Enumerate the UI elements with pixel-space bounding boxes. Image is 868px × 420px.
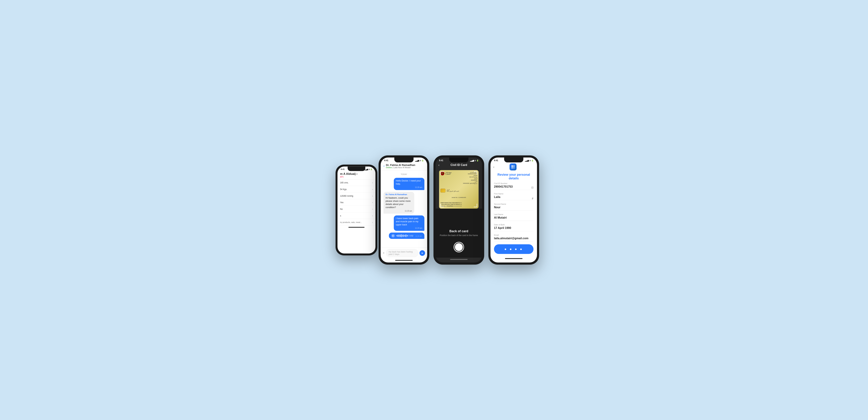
notch-3 — [449, 158, 468, 162]
notch-4 — [504, 158, 523, 162]
shutter-inner — [455, 243, 463, 251]
time-3: 9:41 — [439, 159, 443, 162]
doctor-name: Dr. Fatma Al Ramadhan — [386, 164, 424, 166]
logo-wrapper — [496, 164, 530, 170]
status-icons-1: ▂▄▆ ⊙ 🔋 — [364, 168, 372, 170]
svg-rect-0 — [512, 165, 513, 167]
arrow-icon: › — [372, 208, 373, 211]
list-item[interactable]: Yes › — [338, 199, 375, 206]
time-2: 9:41 — [384, 159, 389, 162]
p1-title: m A Alduaij — [340, 172, 356, 176]
doctor-info: Dr. Fatma Al Ramadhan Online | Laila Nou… — [386, 164, 424, 169]
patient-name: Laila Nour Al Mutairi — [394, 166, 410, 169]
back-button[interactable]: ‹ — [383, 164, 384, 168]
email-field: Email laila.almutairi@gmail.com — [494, 234, 533, 242]
list-item[interactable]: s › — [338, 213, 375, 219]
page-title: Review your personal details — [491, 172, 537, 183]
form-scroll: Civil ID Number 290041701753 ⊟ First Nam… — [491, 183, 537, 257]
time-4: 9:41 — [494, 159, 498, 162]
phone-4-screen: 9:41 ▂▄▆ ⊙ 🔋 ‹ Review — [491, 158, 537, 262]
plus-icon[interactable]: + — [383, 251, 385, 255]
back-button[interactable]: ‹ — [493, 165, 494, 169]
message-input[interactable]: my back has been hurting past 2 days — [386, 249, 418, 257]
message-time: 11:30 am — [415, 235, 422, 237]
list-item[interactable]: 120/80 mmHg › — [338, 193, 375, 199]
card-chip — [440, 189, 445, 193]
phone-3: 9:41 ▂▄▆ ⊙ 🔋 ‹ Civil ID Card 🌿 — [433, 156, 484, 264]
list-item[interactable]: No › — [338, 206, 375, 213]
p1-list: 165 cms. › 54 Kgs. › 120/80 mmHg › Yes ›… — [338, 179, 375, 226]
civil-id-field: Civil ID Number 290041701753 ⊟ — [494, 183, 533, 190]
time-1: 9:41 — [341, 168, 344, 170]
chat-area: TODAY Hello Doctor. I need your help. 11… — [381, 170, 427, 248]
phone-1: 9:41 ▂▄▆ ⊙ 🔋 m A Alduaij ▾ (67) 165 cms.… — [336, 165, 377, 255]
p1-subtitle: (67) — [340, 176, 373, 178]
status-icons-2: ▂▄▆ ⊙ 🔋 — [415, 160, 424, 162]
camera-bottom: Back of card Position the back of the ca… — [436, 208, 482, 258]
scan-frame: 🌿 فضيلة الدكرالمقطم 2 الرقم المدني000000… — [439, 170, 478, 208]
phones-container: 9:41 ▂▄▆ ⊙ 🔋 m A Alduaij ▾ (67) 165 cms.… — [312, 156, 556, 264]
phone-4: 9:41 ▂▄▆ ⊙ 🔋 ‹ Review — [488, 156, 539, 264]
gender-value: F — [532, 197, 533, 200]
chat-input-area: + my back has been hurting past 2 days ➤ — [381, 248, 427, 258]
field-label: Civil ID Number — [494, 183, 533, 185]
arrow-icon: › — [372, 221, 373, 224]
continue-button[interactable]: ● ● ● ● — [494, 244, 533, 254]
online-status: Online — [386, 166, 392, 169]
arrow-icon: › — [372, 188, 373, 191]
notch-1 — [348, 167, 365, 171]
audio-duration: 0.52 — [409, 235, 413, 237]
dob-value: 17 April 1990 — [494, 226, 533, 231]
home-indicator-3 — [450, 259, 468, 260]
civil-id-value: 290041701753 — [494, 185, 531, 190]
chat-status: Online | Laila Nour Al Mutairi — [386, 166, 424, 169]
field-label: Date of Birth — [494, 224, 533, 226]
last-name-value: Al Mutairi — [494, 216, 533, 221]
list-item[interactable]: 165 cms. › — [338, 179, 375, 186]
send-button[interactable]: ➤ — [420, 250, 425, 256]
arrow-icon: › — [372, 181, 373, 184]
card-blood-info: الرقم المدني000000000000الحيوان000 شارع … — [463, 171, 477, 184]
message-row: I have lower back pain and muscle pain i… — [383, 216, 424, 231]
home-indicator-2 — [395, 260, 413, 261]
p4-header: ‹ — [491, 162, 537, 172]
message-text: Hello Doctor. I need your help. — [396, 179, 421, 185]
phone-1-screen: 9:41 ▂▄▆ ⊙ 🔋 m A Alduaij ▾ (67) 165 cms.… — [338, 167, 375, 254]
details-form: Civil ID Number 290041701753 ⊟ First Nam… — [491, 183, 537, 242]
phone-3-screen: 9:41 ▂▄▆ ⊙ 🔋 ‹ Civil ID Card 🌿 — [436, 158, 482, 262]
card-title: فضيلة الدكرالمقطم 2 — [445, 172, 451, 175]
phone-2-screen: 9:41 ▂▄▆ ⊙ 🔋 ‹ Dr. Fatma Al Ramadhan Onl… — [381, 158, 427, 262]
message-sender: Dr. Fatma Al Ramadhan — [385, 193, 412, 196]
notch-2 — [394, 158, 413, 162]
message-time: 11:20 am — [396, 186, 423, 189]
svg-rect-1 — [513, 165, 515, 167]
first-name-field: First Name Laila F — [494, 193, 533, 200]
p1-header: m A Alduaij ▾ (67) — [338, 171, 375, 179]
camera-view: 🌿 فضيلة الدكرالمقطم 2 الرقم المدني000000… — [436, 170, 482, 208]
p3-header: ‹ Civil ID Card — [436, 162, 482, 168]
list-item[interactable]: 54 Kgs. › — [338, 186, 375, 193]
first-name-value: Laila — [494, 195, 532, 200]
arrow-icon: › — [372, 195, 373, 197]
play-button[interactable]: ▶ — [391, 234, 395, 237]
list-item[interactable]: iry products, oats, meat... › — [338, 219, 375, 226]
message-bubble: Dr. Fatma Al Ramadhan Hi Nadeem, could y… — [383, 192, 414, 214]
audio-message-row: ▶ — [383, 232, 424, 239]
card-machine-text: IDKWT395682730273032400475<<< 7303249M14… — [440, 202, 477, 207]
waveform — [396, 234, 408, 237]
message-row: Dr. Fatma Al Ramadhan Hi Nadeem, could y… — [383, 192, 424, 214]
card-details: الرقم000 الرقم الأول الحيوان — [447, 189, 459, 192]
field-label: Last Name — [494, 213, 533, 216]
scan-icon[interactable]: ⊟ — [531, 186, 533, 189]
back-button[interactable]: ‹ — [438, 163, 439, 167]
id-card: 🌿 فضيلة الدكرالمقطم 2 الرقم المدني000000… — [439, 170, 478, 208]
arrow-icon: › — [372, 214, 373, 217]
message-text: I have lower back pain and muscle pain i… — [396, 217, 418, 226]
svg-rect-3 — [513, 167, 515, 169]
shutter-button[interactable] — [454, 242, 464, 252]
dob-field: Date of Birth 17 April 1990 — [494, 224, 533, 231]
message-row: Hello Doctor. I need your help. 11:20 am — [383, 178, 424, 190]
email-value: laila.almutairi@gmail.com — [494, 237, 533, 242]
status-icons-3: ▂▄▆ ⊙ 🔋 — [470, 160, 478, 162]
field-label: First Name — [494, 193, 533, 195]
